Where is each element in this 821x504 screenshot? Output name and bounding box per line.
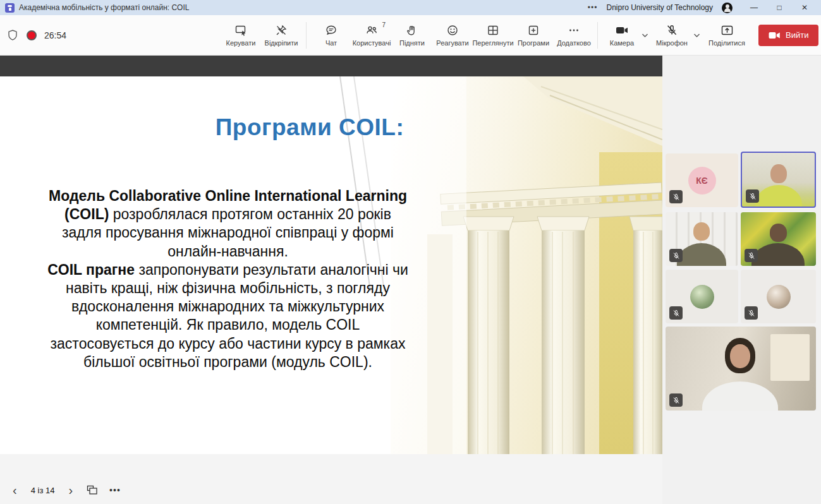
- toolbar-left: 26:54: [6, 29, 221, 42]
- slide-position: 4 із 14: [31, 486, 55, 495]
- raise-hand-label: Підняти: [399, 39, 425, 47]
- people-button[interactable]: 7 Користувачі: [352, 18, 391, 52]
- titlebar-more-icon[interactable]: •••: [588, 3, 598, 12]
- participant-video: [770, 164, 787, 183]
- mic-muted-badge: [745, 306, 758, 320]
- mic-muted-badge: [669, 393, 683, 407]
- manage-label: Керувати: [226, 39, 256, 47]
- participant-tile-photo[interactable]: [666, 270, 738, 323]
- presentation-stage: Програми COIL: Модель Collaborative Onli…: [0, 56, 662, 504]
- next-slide-button[interactable]: ›: [66, 483, 75, 498]
- window-title: Академічна мобільність у форматі онлайн:…: [19, 3, 189, 12]
- camera-group: Камера: [604, 18, 650, 52]
- slide-para1-rest: розроблялася протягом останніх 20 років …: [62, 206, 394, 259]
- slide-grid-button[interactable]: [87, 485, 98, 495]
- chat-label: Чат: [325, 39, 337, 47]
- shared-slide: Програми COIL: Модель Collaborative Onli…: [0, 76, 662, 454]
- meeting-content: Програми COIL: Модель Collaborative Onli…: [0, 56, 821, 504]
- raise-hand-icon: [406, 24, 418, 37]
- leave-label: Вийти: [786, 30, 808, 40]
- mic-label: Мікрофон: [656, 39, 688, 47]
- participant-tile-video[interactable]: [666, 212, 738, 266]
- teams-meeting-window: Академічна мобільність у форматі онлайн:…: [0, 0, 821, 504]
- slide-nav-more-button[interactable]: •••: [109, 485, 121, 495]
- participant-video: [702, 381, 778, 411]
- participant-video: [770, 334, 810, 381]
- titlebar-right: ••• Dnipro University of Technology — □ …: [588, 0, 818, 15]
- chat-button[interactable]: Чат: [312, 18, 351, 52]
- view-layout-icon: [487, 24, 499, 37]
- participant-tile-video-active[interactable]: [741, 152, 816, 208]
- share-screen-icon: [721, 24, 734, 37]
- participant-video: [755, 185, 802, 208]
- view-label: Переглянути: [472, 39, 513, 47]
- maximize-button[interactable]: □: [767, 0, 792, 15]
- screen-control-icon: [234, 24, 247, 37]
- close-button[interactable]: ✕: [792, 0, 817, 15]
- participant-video: [677, 243, 726, 266]
- react-label: Реагувати: [436, 39, 468, 47]
- participant-tile-video-large[interactable]: [666, 327, 816, 411]
- participant-video: [730, 344, 750, 368]
- apps-button[interactable]: Програми: [514, 18, 553, 52]
- recording-indicator-icon: [27, 30, 37, 40]
- participant-tile-video[interactable]: [741, 212, 816, 266]
- participant-video: [770, 224, 787, 242]
- participant-photo-avatar: [767, 285, 791, 309]
- titlebar: Академічна мобільність у форматі онлайн:…: [0, 0, 821, 15]
- unpin-button[interactable]: Відкріпити: [262, 18, 301, 52]
- react-smiley-icon: [446, 24, 459, 37]
- participant-initials-avatar: КЄ: [688, 167, 716, 195]
- camera-button[interactable]: Камера: [604, 18, 640, 52]
- leave-button[interactable]: Вийти: [758, 25, 818, 46]
- mic-button[interactable]: Мікрофон: [652, 18, 691, 52]
- apps-plus-icon: [527, 24, 540, 37]
- slide-para2-bold: COIL прагне: [47, 261, 135, 278]
- participant-video: [693, 222, 710, 241]
- titlebar-left: Академічна мобільність у форматі онлайн:…: [3, 3, 588, 13]
- camera-chevron-icon[interactable]: [640, 18, 650, 52]
- teams-icon: [5, 3, 15, 13]
- org-name: Dnipro University of Technology: [606, 3, 713, 12]
- raise-hand-button[interactable]: Підняти: [392, 18, 432, 52]
- apps-label: Програми: [518, 39, 549, 47]
- more-label: Додатково: [557, 39, 591, 47]
- mic-muted-icon: [666, 24, 678, 37]
- toolbar-right: Камера Мікрофон Поділитися: [593, 18, 818, 52]
- react-button[interactable]: Реагувати: [433, 18, 472, 52]
- share-button[interactable]: Поділитися: [704, 18, 750, 52]
- people-label: Користувачі: [353, 39, 391, 47]
- participant-video: [751, 243, 805, 266]
- participant-tile-photo[interactable]: [741, 270, 816, 323]
- leave-call-icon: [769, 31, 781, 40]
- manage-button[interactable]: Керувати: [221, 18, 260, 52]
- camera-on-icon: [615, 24, 629, 37]
- unpin-label: Відкріпити: [265, 39, 298, 47]
- toolbar-divider: [306, 22, 307, 49]
- mic-muted-badge: [745, 249, 758, 262]
- meeting-timer: 26:54: [44, 30, 66, 40]
- mic-chevron-icon[interactable]: [691, 18, 702, 52]
- mic-group: Мікрофон: [652, 18, 702, 52]
- participant-tile-avatar[interactable]: КЄ: [666, 153, 738, 207]
- meeting-toolbar: 26:54 Керувати Відкріпити Чат 7 Користув…: [0, 15, 821, 56]
- people-icon: [365, 24, 378, 37]
- toolbar-center: Керувати Відкріпити Чат 7 Користувачі Пі…: [221, 18, 593, 52]
- profile-avatar[interactable]: [722, 3, 733, 13]
- prev-slide-button[interactable]: ‹: [10, 483, 20, 498]
- share-label: Поділитися: [708, 39, 745, 47]
- mic-muted-badge: [669, 306, 683, 320]
- slide-body-text: Модель Collaborative Online Internationa…: [43, 187, 413, 371]
- privacy-shield-icon: [6, 29, 19, 42]
- stage-top-bar: [0, 56, 662, 76]
- more-button[interactable]: Додатково: [554, 18, 593, 52]
- chat-icon: [325, 24, 338, 37]
- camera-label: Камера: [610, 39, 634, 47]
- unpin-icon: [275, 24, 288, 37]
- minimize-button[interactable]: —: [741, 0, 767, 15]
- view-button[interactable]: Переглянути: [473, 18, 513, 52]
- slide-title: Програми COIL:: [82, 114, 537, 141]
- window-controls: — □ ✕: [741, 0, 817, 15]
- mic-muted-badge: [669, 249, 683, 262]
- participant-photo-avatar: [690, 285, 714, 309]
